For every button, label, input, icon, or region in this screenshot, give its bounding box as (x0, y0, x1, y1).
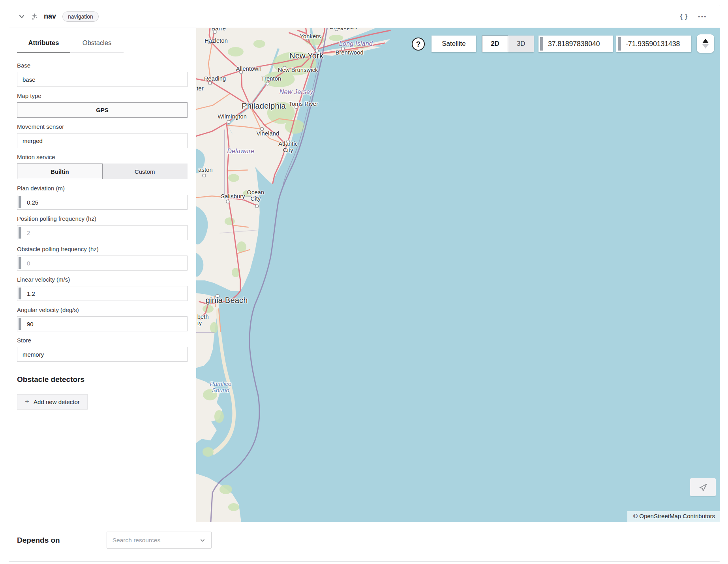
map-label: Yonkers (300, 33, 321, 39)
map-type-label: Map type (17, 92, 188, 99)
satellite-toggle-button[interactable]: Satellite (432, 36, 476, 52)
store-input[interactable] (17, 347, 188, 362)
map-label: Trenton (261, 75, 281, 82)
latitude-input[interactable] (538, 36, 613, 52)
map-label: Vineland (256, 130, 279, 137)
search-resources-select[interactable]: Search resources (107, 532, 212, 549)
map-label: Brentwood (336, 49, 364, 56)
zoom-stepper[interactable] (697, 34, 714, 53)
motion-service-toggle: Builtin Custom (17, 164, 188, 179)
map-label: New Jersey (280, 88, 313, 96)
map-label: Hazleton (205, 38, 228, 44)
linear-velocity-label: Linear velocity (m/s) (17, 276, 188, 283)
motion-service-label: Motion service (17, 154, 188, 160)
map-label: Allentown (236, 66, 262, 72)
base-input[interactable] (17, 72, 188, 87)
card-header: nav navigation { } ••• (9, 5, 720, 28)
movement-sensor-label: Movement sensor (17, 123, 188, 130)
map-label: ter (197, 85, 204, 92)
obstacle-polling-label: Obstacle polling frequency (hz) (17, 246, 188, 252)
obstacle-detectors-heading: Obstacle detectors (17, 375, 188, 384)
map-label: Salisbury (221, 193, 245, 199)
longitude-input[interactable] (616, 36, 691, 52)
map-label: Delaware (227, 148, 254, 155)
add-detector-label: Add new detector (34, 399, 80, 405)
linear-velocity-field (17, 286, 188, 301)
step-down-icon[interactable] (702, 44, 709, 49)
angular-velocity-field (17, 316, 188, 331)
tab-obstacles[interactable]: Obstacles (70, 36, 124, 53)
movement-sensor-input[interactable] (17, 133, 188, 148)
map-panel[interactable]: BarreHazletonYonkersBridgeportNew YorkLo… (196, 28, 720, 522)
position-polling-label: Position polling frequency (hz) (17, 215, 188, 222)
map-label: Wilmington (218, 113, 247, 120)
angular-velocity-label: Angular velocity (deg/s) (17, 306, 188, 313)
map-label: Atlantic City (278, 141, 298, 153)
plan-deviation-label: Plan deviation (m) (17, 185, 188, 192)
map-attribution: © OpenStreetMap Contributors (627, 511, 720, 522)
position-polling-input[interactable] (17, 225, 188, 240)
navigation-arrow-icon (698, 483, 708, 492)
map-label: ginia Beach (206, 296, 248, 305)
longitude-field (616, 36, 691, 52)
plan-deviation-field (17, 195, 188, 210)
motion-service-custom-option[interactable]: Custom (103, 164, 188, 179)
depends-on-heading: Depends on (17, 536, 60, 545)
map-label: Long Island (339, 40, 373, 47)
store-label: Store (17, 337, 188, 344)
latitude-field (538, 36, 613, 52)
service-name: nav (44, 12, 56, 21)
map-label: Philadelphia (242, 102, 285, 110)
map-type-gps-button[interactable]: GPS (17, 102, 188, 118)
plan-deviation-input[interactable] (17, 195, 188, 210)
nav-service-card: nav navigation { } ••• Attributes Obstac… (9, 5, 720, 562)
search-resources-placeholder: Search resources (113, 537, 199, 544)
raw-json-toggle-icon[interactable]: { } (677, 11, 691, 22)
plus-icon: + (25, 397, 29, 406)
depends-on-section: Depends on Search resources (9, 522, 720, 561)
base-label: Base (17, 62, 188, 69)
position-polling-field (17, 225, 188, 240)
help-icon[interactable]: ? (412, 38, 425, 51)
service-sparkle-icon (30, 12, 39, 21)
map-label: Toms River (289, 101, 319, 107)
map-label: New Brunswick (278, 67, 318, 73)
map-label: Barre (211, 28, 225, 32)
overflow-menu-icon[interactable]: ••• (695, 12, 710, 21)
map-label: Reading (204, 75, 226, 82)
linear-velocity-input[interactable] (17, 286, 188, 301)
collapse-chevron-icon[interactable] (18, 13, 26, 21)
tab-attributes[interactable]: Attributes (17, 36, 70, 53)
map-mode-2d-button[interactable]: 2D (482, 36, 508, 52)
map-label: Bridgeport (330, 28, 357, 30)
map-label: beth ty (197, 314, 209, 326)
motion-service-builtin-option[interactable]: Builtin (17, 164, 103, 179)
map-label: Pamlico Sound (210, 381, 231, 394)
chevron-down-icon (199, 537, 206, 543)
add-detector-button[interactable]: + Add new detector (17, 394, 88, 410)
service-type-badge: navigation (62, 11, 99, 22)
recenter-button[interactable] (690, 478, 716, 496)
config-panel: Attributes Obstacles Base Map type GPS M… (9, 28, 196, 522)
obstacle-polling-input[interactable] (17, 256, 188, 271)
config-tabs: Attributes Obstacles (17, 36, 188, 53)
map-label: New York (289, 51, 323, 60)
map-label: Ocean City (247, 189, 265, 202)
map-label: aston (198, 167, 212, 173)
angular-velocity-input[interactable] (17, 316, 188, 331)
step-up-icon[interactable] (702, 39, 709, 43)
obstacle-polling-field (17, 256, 188, 271)
map-mode-3d-button[interactable]: 3D (508, 36, 534, 52)
